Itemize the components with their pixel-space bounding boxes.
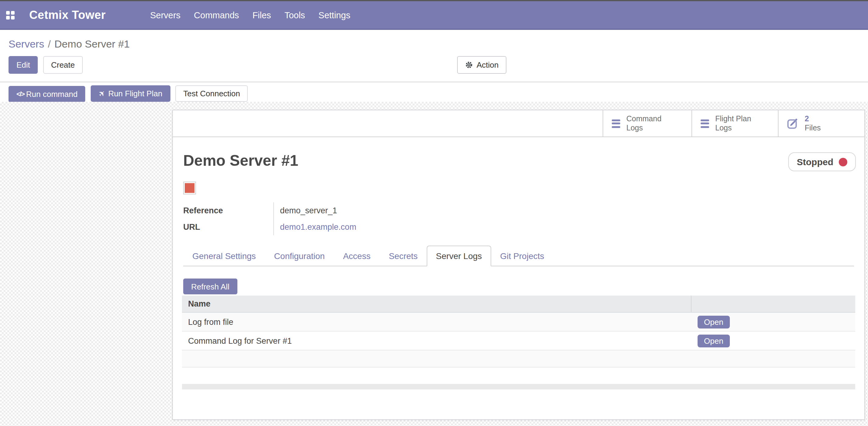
tab-configuration[interactable]: Configuration: [265, 246, 334, 266]
navbar-menu: Servers Commands Files Tools Settings: [150, 10, 350, 20]
server-color-swatch: [183, 181, 196, 194]
brand-title[interactable]: Cetmix Tower: [29, 8, 105, 22]
nav-item-tools[interactable]: Tools: [285, 10, 305, 20]
files-stat-button[interactable]: 2 Files: [778, 110, 864, 137]
stat-label-line1: Command: [626, 115, 661, 123]
column-header-actions: [691, 295, 855, 312]
edit-file-icon: [787, 118, 799, 129]
run-flight-plan-button[interactable]: ✈ Run Flight Plan: [91, 85, 170, 102]
reference-value: demo_server_1: [273, 202, 337, 219]
field-group: Reference demo_server_1 URL demo1.exampl…: [183, 202, 854, 235]
field-row-reference: Reference demo_server_1: [183, 202, 854, 219]
page-title: Demo Server #1: [183, 152, 854, 169]
tab-secrets[interactable]: Secrets: [379, 246, 427, 266]
reference-label: Reference: [183, 206, 273, 215]
list-icon: [701, 119, 709, 128]
form-view-background: Command Logs Flight Plan Logs: [0, 102, 868, 426]
breadcrumb: Servers/Demo Server #1: [0, 30, 868, 51]
create-button[interactable]: Create: [43, 56, 83, 74]
files-count: 2: [805, 115, 809, 123]
main-navbar: Cetmix Tower Servers Commands Files Tool…: [0, 1, 868, 30]
stat-label-line2: Logs: [715, 123, 732, 132]
sheet-body: Demo Server #1 Reference demo_server_1 U…: [173, 152, 864, 390]
test-connection-button[interactable]: Test Connection: [175, 85, 248, 102]
form-toolbar: Edit Create Action: [0, 56, 868, 74]
action-dropdown-button[interactable]: Action: [457, 56, 506, 74]
url-label: URL: [183, 223, 273, 232]
edit-button[interactable]: Edit: [8, 56, 38, 74]
refresh-all-button[interactable]: Refresh All: [183, 279, 238, 294]
log-name-cell[interactable]: Log from file: [182, 312, 691, 331]
url-link[interactable]: demo1.example.com: [273, 219, 356, 235]
nav-item-commands[interactable]: Commands: [194, 10, 239, 20]
field-row-url: URL demo1.example.com: [183, 219, 854, 235]
table-header-row: Name: [182, 295, 855, 312]
notebook-tabs: General Settings Configuration Access Se…: [183, 246, 854, 266]
table-footer-bar: [182, 384, 855, 390]
tab-general-settings[interactable]: General Settings: [183, 246, 265, 266]
breadcrumb-current: Demo Server #1: [55, 38, 130, 50]
plane-icon: ✈: [96, 88, 107, 100]
server-form-sheet: Command Logs Flight Plan Logs: [172, 110, 865, 420]
stat-label-line1: Flight Plan: [715, 115, 751, 123]
gear-icon: [465, 61, 473, 69]
open-log-button[interactable]: Open: [697, 315, 730, 328]
table-empty-row: [182, 350, 855, 367]
stat-button-band: Command Logs Flight Plan Logs: [173, 110, 864, 137]
open-log-button[interactable]: Open: [697, 334, 730, 347]
flight-plan-logs-stat-button[interactable]: Flight Plan Logs: [691, 110, 778, 137]
code-icon: </>: [17, 90, 24, 97]
nav-item-settings[interactable]: Settings: [318, 10, 350, 20]
command-logs-stat-button[interactable]: Command Logs: [602, 110, 691, 137]
breadcrumb-parent-link[interactable]: Servers: [8, 38, 44, 50]
stat-label: Files: [805, 123, 821, 132]
server-logs-table: Name Log from file Open Command Log for …: [182, 295, 855, 368]
server-logs-pane: Refresh All Name Log from file Open: [183, 266, 854, 390]
breadcrumb-separator: /: [48, 38, 51, 50]
nav-item-files[interactable]: Files: [252, 10, 271, 20]
tab-access[interactable]: Access: [334, 246, 379, 266]
tab-server-logs[interactable]: Server Logs: [427, 246, 491, 266]
stat-label-line2: Logs: [626, 123, 643, 132]
table-row[interactable]: Log from file Open: [182, 312, 855, 331]
apps-grid-icon[interactable]: [6, 11, 14, 19]
list-icon: [612, 119, 620, 128]
log-name-cell[interactable]: Command Log for Server #1: [182, 331, 691, 350]
table-row[interactable]: Command Log for Server #1 Open: [182, 331, 855, 350]
column-header-name[interactable]: Name: [182, 295, 691, 312]
tab-git-projects[interactable]: Git Projects: [491, 246, 553, 266]
nav-item-servers[interactable]: Servers: [150, 10, 181, 20]
run-command-button[interactable]: </> Run command: [8, 86, 86, 102]
app-window: Cetmix Tower Servers Commands Files Tool…: [0, 0, 868, 426]
